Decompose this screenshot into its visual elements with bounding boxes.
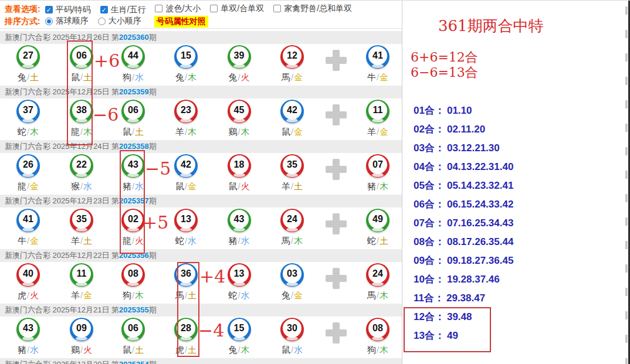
ball-number: 27 <box>19 46 38 65</box>
ball-label: 蛇/水 <box>175 236 197 247</box>
ball-label: 蛇/水 <box>228 290 249 301</box>
lottery-ball: 35 <box>280 154 304 178</box>
ball-label: 馬/木 <box>367 290 388 301</box>
checkbox-icon[interactable]: ✓ <box>100 6 108 13</box>
checkbox-icon[interactable] <box>155 5 162 12</box>
view-option[interactable]: ✓平码/特码 <box>45 5 91 15</box>
ball-cell: 41 牛/金 <box>354 44 402 86</box>
lottery-ball: 15 <box>228 318 251 341</box>
ball-cell: 22 猴/水 <box>56 153 107 195</box>
group-values: 04.13.22.31.40 <box>447 161 513 172</box>
option-label: 落球顺序 <box>56 16 89 26</box>
period-number: 2025359 <box>119 87 149 96</box>
tips-title: 361期两合中特 <box>438 16 544 36</box>
group-values: 19.28.37.46 <box>447 274 500 285</box>
sum-group-item: 04合：04.13.22.31.40 <box>414 158 513 176</box>
view-option[interactable]: 单双/合单双 <box>210 4 264 14</box>
ball-number: 42 <box>177 155 195 174</box>
ball-label: 牛/金 <box>367 72 388 83</box>
ball-number: 22 <box>72 155 91 174</box>
checkbox-icon[interactable] <box>273 5 281 12</box>
view-options: ✓平码/特码✓生肖/五行波色/大小单双/合单双家禽野兽/总和单双 <box>45 4 361 15</box>
sum-group-item: 11合：29.38.47 <box>414 289 513 308</box>
view-option[interactable]: 家禽野兽/总和单双 <box>273 4 352 14</box>
plus-icon <box>326 50 347 71</box>
ball-label: 鼠/土 <box>123 127 144 138</box>
plus-icon <box>326 268 347 289</box>
lottery-ball: 41 <box>16 209 40 232</box>
lottery-ball: 45 <box>228 100 251 123</box>
group-label: 07合： <box>414 217 445 229</box>
annotation-mark: −5 <box>145 160 171 178</box>
sort-option[interactable]: 大小顺序 <box>98 16 141 26</box>
lottery-ball: 09 <box>70 318 93 341</box>
lottery-ball: 39 <box>228 45 251 69</box>
period-number: 2025354 <box>119 360 149 364</box>
ball-cell: 43 豬/水 <box>212 207 266 249</box>
ball-label: 兔/火 <box>228 72 249 83</box>
lottery-ball: 30 <box>280 318 304 341</box>
tips-panel: 361期两合中特 6+6=12合 6−6=13合 01合：01.1002合：02… <box>403 1 628 364</box>
option-label: 生肖/五行 <box>111 5 146 15</box>
highlight-box <box>120 150 145 254</box>
checkbox-icon[interactable]: ✓ <box>45 6 53 13</box>
sort-options-row: 排序方式: 落球顺序大小顺序 号码属性对照 <box>5 15 402 28</box>
ball-label: 豬/水 <box>18 345 39 356</box>
ball-number: 37 <box>19 101 38 120</box>
ball-label: 羊/土 <box>282 181 303 192</box>
view-option[interactable]: ✓生肖/五行 <box>100 5 146 15</box>
group-values: 06.15.24.33.42 <box>447 199 513 210</box>
group-label: 01合： <box>414 105 445 116</box>
group-values: 09.18.27.36.45 <box>447 255 513 266</box>
ball-number: 24 <box>368 264 387 283</box>
draw-rows: 新澳门六合彩 2025年12月26日 第2025360期27 兔/土06 鼠/土… <box>0 31 402 364</box>
checkbox-icon[interactable] <box>210 5 218 12</box>
sum-group-item: 02合：02.11.20 <box>414 120 513 139</box>
sort-option[interactable]: 落球顺序 <box>45 16 89 26</box>
ball-cell: 40 虎/火 <box>0 262 56 304</box>
ball-cell: 43 豬/水 <box>0 317 56 358</box>
draw-header: 新澳门六合彩 2025年12月22日 第2025356期 <box>0 249 402 262</box>
ball-label: 鼠/金 <box>175 181 197 192</box>
ball-cell: 24 馬/木 <box>354 262 402 304</box>
ball-number: 43 <box>230 210 249 229</box>
highlight-box <box>67 40 93 145</box>
ball-number: 11 <box>368 101 387 120</box>
ball-number: 24 <box>283 210 302 229</box>
ball-label: 鷄/火 <box>71 345 92 356</box>
group-label: 02合： <box>414 124 445 135</box>
radio-icon[interactable] <box>98 18 106 25</box>
plus-icon <box>326 213 347 234</box>
lottery-ball: 13 <box>228 263 251 287</box>
ball-number: 35 <box>72 210 91 229</box>
ball-label: 馬/金 <box>282 72 303 83</box>
draw-header: 新澳门六合彩 2025年12月23日 第2025357期 <box>0 195 402 207</box>
lottery-ball: 35 <box>70 209 93 232</box>
group-label: 04合： <box>414 161 445 172</box>
sum-group-item: 05合：05.14.23.32.41 <box>414 176 513 195</box>
group-values: 29.38.47 <box>446 292 485 304</box>
radio-icon[interactable] <box>45 18 53 25</box>
ball-label: 兔/木 <box>175 72 197 83</box>
view-option[interactable]: 波色/大小 <box>155 4 201 14</box>
ball-label: 狗/水 <box>123 72 144 83</box>
annotation-mark: +6 <box>94 52 120 70</box>
ball-cell: 06 鼠/土 <box>107 317 160 358</box>
ball-number: 08 <box>124 264 143 283</box>
lottery-ball: 40 <box>16 263 40 287</box>
ball-cell: 37 蛇/木 <box>0 98 56 140</box>
ball-cell: 41 牛/金 <box>0 207 56 249</box>
sum-group-item: 06合：06.15.24.33.42 <box>414 195 513 214</box>
ball-number: 39 <box>230 46 249 65</box>
option-label: 单双/合单双 <box>221 4 264 14</box>
period-number: 2025358 <box>119 142 149 151</box>
ball-label: 鼠/土 <box>123 345 144 356</box>
lottery-ball: 43 <box>228 209 251 232</box>
group-values: 02.11.20 <box>447 124 485 135</box>
lottery-ball: 42 <box>174 154 198 178</box>
number-attribute-compare-button[interactable]: 号码属性对照 <box>154 16 208 28</box>
group-label: 10合： <box>414 274 445 285</box>
ball-cell: 30 鼠/水 <box>266 317 319 358</box>
ball-label: 龍/金 <box>18 181 39 192</box>
ball-cell: 23 羊/木 <box>160 98 212 140</box>
